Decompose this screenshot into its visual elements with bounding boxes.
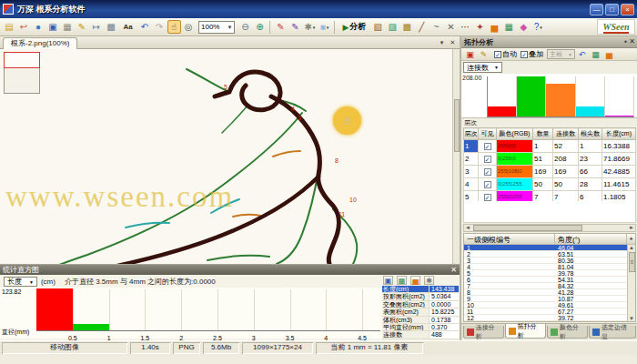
- document-tab[interactable]: 根系-2.png(100%): [3, 37, 77, 49]
- root-select-dropdown[interactable]: 主根▼: [547, 49, 575, 59]
- angle-table-row[interactable]: 1049.61: [464, 302, 635, 308]
- analysis-tab-拓扑分析[interactable]: 拓扑分析: [505, 324, 546, 339]
- analysis-tab-颜色分析[interactable]: 颜色分析: [547, 326, 588, 339]
- gear-icon[interactable]: ✱: [424, 276, 434, 285]
- angle-table-row[interactable]: 654.31: [464, 277, 635, 283]
- undo-icon[interactable]: ↶: [138, 20, 152, 34]
- zoom-out-icon[interactable]: ⊖: [238, 20, 252, 34]
- pan-tool-icon[interactable]: ☝: [167, 20, 181, 34]
- chart-icon[interactable]: ▅: [488, 20, 501, 34]
- measure-tool-icon[interactable]: ✎: [288, 20, 302, 34]
- angle-table-row[interactable]: 910.87: [464, 296, 635, 302]
- scroll-right-icon[interactable]: ►: [629, 225, 634, 231]
- stat-row[interactable]: 交叠面积(cm2)0.0000: [382, 301, 459, 308]
- scroll-left-icon[interactable]: ◄: [465, 225, 470, 231]
- maximize-button[interactable]: □: [605, 4, 619, 15]
- text-icon[interactable]: Aa: [119, 20, 137, 34]
- analyze-button[interactable]: ▶分析: [339, 20, 369, 34]
- person-icon[interactable]: ✦: [473, 20, 487, 34]
- draw-line-icon[interactable]: ╱: [415, 20, 429, 34]
- column-header[interactable]: 颜色(RGB): [497, 128, 533, 140]
- excel-icon[interactable]: ▦: [397, 276, 407, 285]
- help-icon[interactable]: ?▾: [531, 20, 545, 34]
- zoom-in-icon[interactable]: ⊕: [253, 20, 267, 34]
- scroll-up-icon[interactable]: ▲: [629, 245, 634, 250]
- overlay-checkbox[interactable]: ✓: [521, 51, 528, 58]
- visible-checkbox[interactable]: ✓: [484, 168, 491, 176]
- column-header[interactable]: 根尖数: [579, 128, 602, 140]
- shape-tool-icon[interactable]: ■▾: [318, 20, 331, 34]
- table-row[interactable]: 3✓255|108|01691696642.4885: [464, 166, 636, 178]
- visible-cell[interactable]: ✓: [479, 178, 497, 191]
- navigator-viewport[interactable]: [4, 52, 40, 68]
- angle-table-row[interactable]: 841.28: [464, 289, 635, 296]
- angle-table-row[interactable]: 1239.72: [464, 315, 635, 321]
- analysis-tab-选定边信息[interactable]: 选定边信息: [589, 326, 636, 339]
- column-header[interactable]: 可见: [479, 128, 497, 140]
- scrollbar-thumb[interactable]: ≡: [629, 252, 635, 272]
- import-icon[interactable]: ↩: [17, 20, 31, 34]
- panel-close-icon[interactable]: ✕: [450, 265, 457, 275]
- image-canvas[interactable]: 54381011 www.wseen.com ☝: [0, 49, 460, 264]
- visible-cell[interactable]: ✓: [479, 140, 497, 153]
- angle-table-row[interactable]: 380.36: [464, 258, 635, 264]
- join-tool-icon[interactable]: ▨: [386, 20, 399, 34]
- table-row[interactable]: 2✓0|255|0512082371.8669: [464, 153, 636, 166]
- copy-icon[interactable]: ▩: [105, 20, 118, 34]
- save-icon[interactable]: ▣: [46, 20, 60, 34]
- mark-tool-icon[interactable]: ✎: [274, 20, 288, 34]
- angle-table-row[interactable]: 784.32: [464, 283, 635, 289]
- histogram-metric-dropdown[interactable]: 长度▼: [4, 277, 37, 287]
- column-header[interactable]: 层次: [464, 128, 479, 140]
- level-cell[interactable]: 2: [464, 153, 479, 166]
- pin-icon[interactable]: ▪: [624, 37, 627, 46]
- visible-checkbox[interactable]: ✓: [484, 181, 491, 188]
- visible-checkbox[interactable]: ✓: [484, 156, 491, 163]
- tab-list-icon[interactable]: ▾: [437, 38, 447, 48]
- export-icon[interactable]: ↦: [90, 20, 104, 34]
- draw-curve-icon[interactable]: ~: [430, 20, 443, 34]
- minimize-button[interactable]: —: [590, 4, 603, 15]
- navigator-thumbnail[interactable]: [4, 52, 40, 94]
- panel-close-icon[interactable]: ✕: [629, 37, 635, 46]
- stamp-icon[interactable]: ▣: [464, 48, 476, 60]
- angle-table-row[interactable]: 1167.27: [464, 308, 635, 315]
- edit-icon[interactable]: ✎: [76, 20, 89, 34]
- add-column-icon[interactable]: +: [626, 234, 635, 244]
- seedling-tool-icon[interactable]: ▩: [400, 20, 414, 34]
- metric-select-dropdown[interactable]: 连接数▼: [463, 62, 502, 73]
- excel-icon[interactable]: ▦: [502, 20, 516, 34]
- scrollbar-thumb[interactable]: [473, 225, 582, 231]
- stat-row[interactable]: 表面积(cm2)15.8225: [382, 308, 459, 316]
- stat-row[interactable]: 连接数488: [382, 331, 459, 339]
- acquire-image-icon[interactable]: ●: [32, 20, 46, 34]
- analysis-tab-连接分析[interactable]: 连接分析: [463, 326, 504, 339]
- zoom-level-dropdown[interactable]: 100%▼: [198, 21, 235, 34]
- excel-icon[interactable]: ▦: [590, 48, 602, 60]
- stat-row[interactable]: 长度(cm)143.438: [382, 286, 459, 293]
- annotate-icon[interactable]: ✎: [478, 48, 490, 60]
- column-header[interactable]: 数量: [533, 128, 553, 140]
- palette-icon[interactable]: ◆: [517, 20, 531, 34]
- node-tool-icon[interactable]: ⋯: [459, 20, 472, 34]
- stat-row[interactable]: 平均直径(mm)0.370: [382, 324, 459, 331]
- level-cell[interactable]: 1: [464, 140, 479, 153]
- tab-close-icon[interactable]: ✕: [448, 38, 458, 48]
- stat-row[interactable]: 投影面积(cm2)5.0364: [382, 293, 459, 300]
- visible-cell[interactable]: ✓: [479, 153, 497, 166]
- visible-cell[interactable]: ✓: [479, 166, 497, 178]
- level-cell[interactable]: 3: [464, 166, 479, 178]
- magnifier-icon[interactable]: ◎: [182, 20, 196, 34]
- save-icon[interactable]: ▣: [383, 276, 393, 285]
- open-file-icon[interactable]: ▤: [3, 20, 16, 34]
- column-header[interactable]: 连接数: [553, 128, 579, 140]
- angle-table-scrollbar[interactable]: ▲ ≡ ▼: [627, 245, 635, 321]
- canvas-vertical-scrollbar[interactable]: [452, 49, 460, 264]
- stat-row[interactable]: 体积(cm3)0.1738: [382, 317, 459, 324]
- scroll-down-icon[interactable]: ▼: [629, 316, 634, 321]
- undo-icon[interactable]: ↶: [576, 48, 588, 60]
- visible-checkbox[interactable]: ✓: [484, 143, 491, 150]
- settings-icon[interactable]: ✱▾: [303, 20, 317, 34]
- print-icon[interactable]: ▦: [61, 20, 75, 34]
- draw-cross-icon[interactable]: ✕: [444, 20, 458, 34]
